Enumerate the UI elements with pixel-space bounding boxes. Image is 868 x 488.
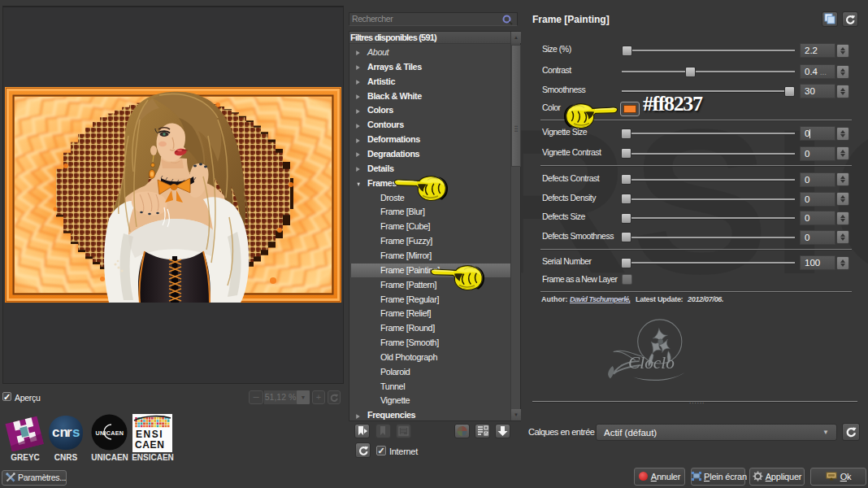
svg-text:s: s bbox=[72, 425, 80, 440]
svg-text:UNICAEN: UNICAEN bbox=[96, 429, 124, 437]
svg-text:CAEN: CAEN bbox=[135, 439, 164, 451]
svg-text:Cloclo: Cloclo bbox=[628, 353, 675, 373]
svg-text:ENSI: ENSI bbox=[136, 429, 163, 440]
svg-text:cn: cn bbox=[52, 425, 68, 440]
svg-text:r: r bbox=[67, 425, 72, 440]
